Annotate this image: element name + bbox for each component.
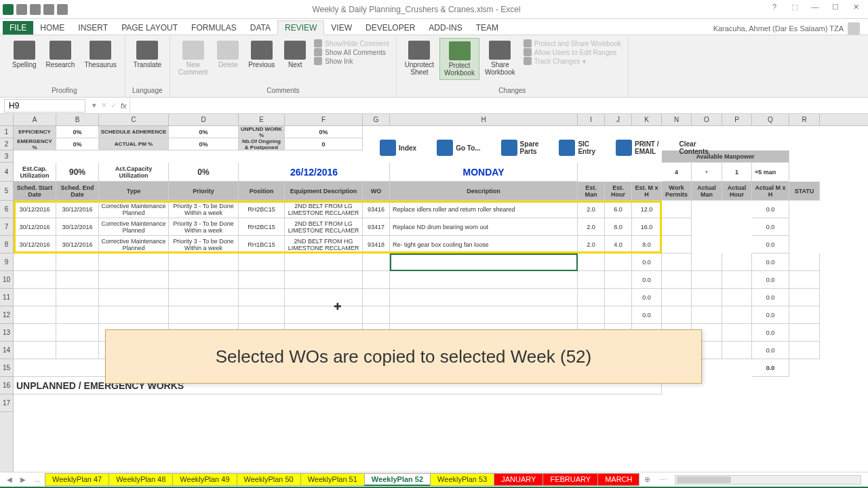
row-header-17[interactable]: 17 bbox=[0, 394, 13, 412]
end-date[interactable]: 30/12/2016 bbox=[56, 201, 99, 218]
unprotect-sheet-button[interactable]: Unprotect Sheet bbox=[401, 38, 438, 79]
col-hdr-11[interactable]: Work Permits bbox=[662, 182, 692, 201]
help-button[interactable]: ? bbox=[765, 3, 784, 16]
share-workbook-button[interactable]: Share Workbook bbox=[481, 38, 519, 79]
tab-nav-prev[interactable]: ◀ bbox=[3, 476, 16, 483]
blank[interactable] bbox=[578, 289, 605, 306]
blank[interactable] bbox=[390, 271, 578, 289]
equip[interactable]: 2ND BELT FROM LG LIMESTONE RECLAMER bbox=[285, 201, 363, 218]
work[interactable] bbox=[662, 218, 692, 236]
blank[interactable] bbox=[605, 253, 632, 271]
blank[interactable] bbox=[662, 289, 692, 306]
spelling-button[interactable]: Spelling bbox=[8, 38, 41, 71]
formula-input[interactable] bbox=[130, 98, 868, 113]
col-hdr-9[interactable]: Est. Hour bbox=[605, 182, 632, 201]
namebox-dropdown[interactable]: ▾ bbox=[90, 101, 99, 110]
blank[interactable] bbox=[789, 271, 820, 289]
row-header-10[interactable]: 10 bbox=[0, 271, 13, 289]
blank[interactable] bbox=[14, 342, 56, 359]
mxh[interactable]: 8.0 bbox=[632, 236, 662, 253]
col-header-A[interactable]: A bbox=[14, 114, 56, 125]
sheet-tab-weeklyplan-48[interactable]: WeeklyPlan 48 bbox=[108, 473, 173, 486]
wo[interactable]: 93418 bbox=[363, 236, 390, 253]
col-header-Q[interactable]: Q bbox=[752, 114, 789, 125]
blank[interactable] bbox=[605, 289, 632, 306]
pos[interactable]: RH2BC15 bbox=[239, 218, 285, 236]
col-hdr-13[interactable]: Actual Hour bbox=[722, 182, 752, 201]
blank[interactable] bbox=[662, 271, 692, 289]
select-all-corner[interactable] bbox=[0, 114, 14, 125]
blank[interactable] bbox=[722, 342, 752, 359]
prio[interactable]: Priority 3 - To be Done Within a week bbox=[169, 236, 239, 253]
blank[interactable] bbox=[14, 306, 56, 324]
col-hdr-2[interactable]: Type bbox=[99, 182, 169, 201]
start-date[interactable]: 30/12/2016 bbox=[14, 236, 56, 253]
protect-workbook-button[interactable]: Protect Workbook bbox=[439, 38, 479, 80]
show-all-comments[interactable]: Show All Comments bbox=[314, 48, 389, 56]
translate-button[interactable]: Translate bbox=[130, 38, 165, 71]
row-header-9[interactable]: 9 bbox=[0, 253, 13, 271]
row-header-16[interactable]: 16 bbox=[0, 377, 13, 394]
blank[interactable] bbox=[605, 306, 632, 324]
col-hdr-1[interactable]: Sched. End Date bbox=[56, 182, 99, 201]
minimize-button[interactable]: — bbox=[806, 3, 825, 16]
desc[interactable]: Replace ND drum bearing worn out bbox=[390, 218, 578, 236]
row-header-3[interactable]: 3 bbox=[0, 150, 13, 163]
close-button[interactable]: ✕ bbox=[846, 3, 865, 16]
mxh[interactable]: 12.0 bbox=[632, 201, 662, 218]
mp-sum[interactable]: =5 man bbox=[752, 163, 789, 182]
blank[interactable] bbox=[56, 253, 99, 271]
day-cell[interactable]: MONDAY bbox=[390, 163, 578, 182]
col-hdr-6[interactable]: WO bbox=[363, 182, 390, 201]
start-date[interactable]: 30/12/2016 bbox=[14, 218, 56, 236]
man[interactable]: 2.0 bbox=[578, 218, 605, 236]
blank[interactable] bbox=[169, 289, 239, 306]
date-cell[interactable]: 26/12/2016 bbox=[239, 163, 390, 182]
kpi-unplanned-val[interactable]: 0% bbox=[285, 126, 363, 138]
tab-file[interactable]: FILE bbox=[3, 21, 33, 35]
col-header-N[interactable]: N bbox=[662, 114, 692, 125]
blank[interactable] bbox=[285, 289, 363, 306]
blank[interactable]: 0.0 bbox=[752, 342, 789, 359]
goto-button[interactable]: Go To... bbox=[437, 140, 480, 156]
kpi-actualpm[interactable]: ACTUAL PM % bbox=[99, 138, 169, 150]
blank[interactable] bbox=[56, 306, 99, 324]
pos[interactable]: RH2BC15 bbox=[239, 201, 285, 218]
blank[interactable] bbox=[56, 289, 99, 306]
blank[interactable] bbox=[692, 253, 722, 271]
sic-entry-button[interactable]: SIC Entry bbox=[559, 140, 595, 156]
blank[interactable]: 0.0 bbox=[632, 289, 662, 306]
kpi-ongoing-val[interactable]: 0 bbox=[285, 138, 363, 150]
clear-contents-button[interactable]: Clear Contents bbox=[679, 140, 709, 155]
blank[interactable] bbox=[363, 253, 390, 271]
sheet-tab-march[interactable]: MARCH bbox=[597, 473, 639, 486]
work[interactable] bbox=[662, 236, 692, 253]
pos[interactable]: RH1BC15 bbox=[239, 236, 285, 253]
row-header-15[interactable]: 15 bbox=[0, 359, 13, 377]
ribbon-options-button[interactable]: ⬚ bbox=[785, 3, 804, 16]
blank[interactable]: 0.0 bbox=[752, 253, 789, 271]
previous-comment-button[interactable]: Previous bbox=[244, 38, 279, 71]
maximize-button[interactable]: ☐ bbox=[826, 3, 845, 16]
kpi-schedule[interactable]: SCHEDULE ADHERENCE bbox=[99, 126, 169, 138]
tab-nav-more2[interactable]: ⋯ bbox=[656, 476, 671, 483]
kpi-emergency-val[interactable]: 0% bbox=[56, 138, 99, 150]
blank[interactable] bbox=[363, 289, 390, 306]
blank[interactable] bbox=[285, 253, 363, 271]
tab-home[interactable]: HOME bbox=[33, 21, 71, 35]
blank[interactable] bbox=[722, 324, 752, 342]
col-hdr-0[interactable]: Sched. Start Date bbox=[14, 182, 56, 201]
blank[interactable] bbox=[14, 271, 56, 289]
qa-icon[interactable] bbox=[57, 4, 68, 15]
redo-icon[interactable] bbox=[43, 4, 54, 15]
sheet-tab-february[interactable]: FEBRUARY bbox=[542, 473, 598, 486]
desc[interactable]: Re- tight gear box cooling fan loose bbox=[390, 236, 578, 253]
blank[interactable]: 0.0 bbox=[632, 306, 662, 324]
spare-parts-button[interactable]: Spare Parts bbox=[501, 140, 539, 156]
mp-plus[interactable]: + bbox=[692, 163, 722, 182]
equip[interactable]: 2ND BELT FROM LG LIMESTONE RECLAMER bbox=[285, 218, 363, 236]
blank[interactable] bbox=[99, 271, 169, 289]
equip[interactable]: 2ND BELT FROM HG LIMESTONE RECLAMER bbox=[285, 236, 363, 253]
end-date[interactable]: 30/12/2016 bbox=[56, 236, 99, 253]
next-comment-button[interactable]: Next bbox=[280, 38, 310, 71]
